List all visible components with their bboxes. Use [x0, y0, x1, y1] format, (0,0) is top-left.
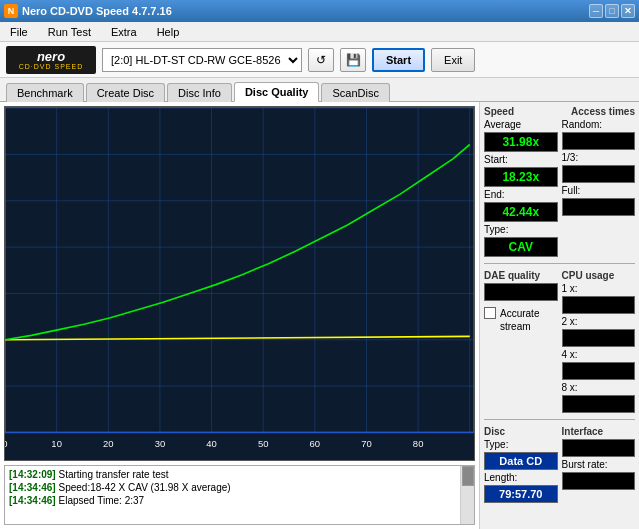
accurate-label: Accurate	[500, 308, 539, 319]
svg-text:80: 80	[413, 438, 424, 449]
menu-help[interactable]: Help	[151, 24, 186, 40]
start-button[interactable]: Start	[372, 48, 425, 72]
menu-run-test[interactable]: Run Test	[42, 24, 97, 40]
menu-bar: File Run Test Extra Help	[0, 22, 639, 42]
cpu-1x-value	[562, 296, 636, 314]
speed-section: Speed Access times Average 31.98x Start:…	[484, 106, 635, 257]
dae-cpu-row: DAE quality Accurate stream CPU usage 1 …	[484, 270, 635, 413]
start-label: Start:	[484, 154, 558, 165]
access-times-title: Access times	[571, 106, 635, 117]
nero-logo: nero CD·DVD SPEED	[6, 46, 96, 74]
title-bar-left: N Nero CD-DVD Speed 4.7.7.16	[4, 4, 172, 18]
save-button[interactable]: 💾	[340, 48, 366, 72]
dae-col: DAE quality Accurate stream	[484, 270, 558, 413]
drive-select[interactable]: [2:0] HL-DT-ST CD-RW GCE-8526B 1.03	[102, 48, 302, 72]
random-label: Random:	[562, 119, 636, 130]
stream-label: stream	[500, 321, 558, 332]
svg-rect-0	[5, 107, 474, 460]
cpu-col: CPU usage 1 x: 2 x: 4 x: 8 x:	[562, 270, 636, 413]
tab-create-disc[interactable]: Create Disc	[86, 83, 165, 102]
full-label: Full:	[562, 185, 636, 196]
svg-text:50: 50	[258, 438, 269, 449]
disc-type-label: Type:	[484, 439, 558, 450]
disc-length-label: Length:	[484, 472, 558, 483]
accurate-stream-row: Accurate	[484, 307, 558, 319]
cpu-2x-label: 2 x:	[562, 316, 636, 327]
tab-benchmark[interactable]: Benchmark	[6, 83, 84, 102]
svg-text:10: 10	[51, 438, 62, 449]
average-value: 31.98x	[484, 132, 558, 152]
access-col: Random: 1/3: Full:	[562, 119, 636, 257]
interface-col: Interface Burst rate:	[562, 426, 636, 503]
log-area: [14:32:09] Starting transfer rate test […	[4, 465, 475, 525]
random-value	[562, 132, 636, 150]
cpu-1x-label: 1 x:	[562, 283, 636, 294]
dae-title: DAE quality	[484, 270, 558, 281]
cpu-4x-label: 4 x:	[562, 349, 636, 360]
disc-length-value: 79:57.70	[484, 485, 558, 503]
refresh-button[interactable]: ↺	[308, 48, 334, 72]
log-text-3: Elapsed Time: 2:37	[58, 495, 144, 506]
main-content: 0 10 20 30 40 50 60 70 80 8 X 16 X 24 X …	[0, 102, 639, 529]
speed-access-row: Average 31.98x Start: 18.23x End: 42.44x…	[484, 119, 635, 257]
cpu-8x-label: 8 x:	[562, 382, 636, 393]
nero-speed-text: CD·DVD SPEED	[19, 63, 84, 70]
log-line: [14:34:46] Speed:18-42 X CAV (31.98 X av…	[9, 481, 454, 494]
close-button[interactable]: ✕	[621, 4, 635, 18]
burst-value	[562, 472, 636, 490]
maximize-button[interactable]: □	[605, 4, 619, 18]
burst-label: Burst rate:	[562, 459, 636, 470]
toolbar: nero CD·DVD SPEED [2:0] HL-DT-ST CD-RW G…	[0, 42, 639, 78]
menu-file[interactable]: File	[4, 24, 34, 40]
svg-text:20: 20	[103, 438, 114, 449]
interface-title: Interface	[562, 426, 636, 437]
start-value: 18.23x	[484, 167, 558, 187]
tab-disc-info[interactable]: Disc Info	[167, 83, 232, 102]
type-value: CAV	[484, 237, 558, 257]
right-panel: Speed Access times Average 31.98x Start:…	[479, 102, 639, 529]
end-label: End:	[484, 189, 558, 200]
interface-value	[562, 439, 636, 457]
cpu-title: CPU usage	[562, 270, 636, 281]
tab-scan-disc[interactable]: ScanDisc	[321, 83, 389, 102]
log-content: [14:32:09] Starting transfer rate test […	[5, 466, 458, 524]
log-text-2: Speed:18-42 X CAV (31.98 X average)	[58, 482, 230, 493]
svg-text:40: 40	[206, 438, 217, 449]
log-time-1: [14:32:09]	[9, 469, 56, 480]
app-icon: N	[4, 4, 18, 18]
tab-disc-quality[interactable]: Disc Quality	[234, 82, 320, 102]
title-bar-buttons: ─ □ ✕	[589, 4, 635, 18]
title-bar: N Nero CD-DVD Speed 4.7.7.16 ─ □ ✕	[0, 0, 639, 22]
full-value	[562, 198, 636, 216]
chart-area: 0 10 20 30 40 50 60 70 80 8 X 16 X 24 X …	[4, 106, 475, 461]
disc-title: Disc	[484, 426, 558, 437]
log-scrollbar[interactable]	[460, 466, 474, 524]
speed-title: Speed	[484, 106, 514, 117]
nero-brand-text: nero	[37, 50, 65, 63]
window-title: Nero CD-DVD Speed 4.7.7.16	[22, 5, 172, 17]
disc-type-value: Data CD	[484, 452, 558, 470]
tabs-bar: Benchmark Create Disc Disc Info Disc Qua…	[0, 78, 639, 102]
log-time-3: [14:34:46]	[9, 495, 56, 506]
minimize-button[interactable]: ─	[589, 4, 603, 18]
log-time-2: [14:34:46]	[9, 482, 56, 493]
chart-svg: 0 10 20 30 40 50 60 70 80 8 X 16 X 24 X …	[5, 107, 474, 460]
type-label: Type:	[484, 224, 558, 235]
log-line: [14:34:46] Elapsed Time: 2:37	[9, 494, 454, 507]
cpu-4x-value	[562, 362, 636, 380]
speed-header: Speed Access times	[484, 106, 635, 117]
cpu-8x-value	[562, 395, 636, 413]
svg-text:70: 70	[361, 438, 372, 449]
exit-button[interactable]: Exit	[431, 48, 475, 72]
disc-col: Disc Type: Data CD Length: 79:57.70	[484, 426, 558, 503]
menu-extra[interactable]: Extra	[105, 24, 143, 40]
dae-value	[484, 283, 558, 301]
log-text-1: Starting transfer rate test	[58, 469, 168, 480]
svg-text:60: 60	[310, 438, 321, 449]
divider-1	[484, 263, 635, 264]
accurate-stream-checkbox[interactable]	[484, 307, 496, 319]
svg-text:30: 30	[155, 438, 166, 449]
one-third-value	[562, 165, 636, 183]
end-value: 42.44x	[484, 202, 558, 222]
chart-log-area: 0 10 20 30 40 50 60 70 80 8 X 16 X 24 X …	[0, 102, 479, 529]
